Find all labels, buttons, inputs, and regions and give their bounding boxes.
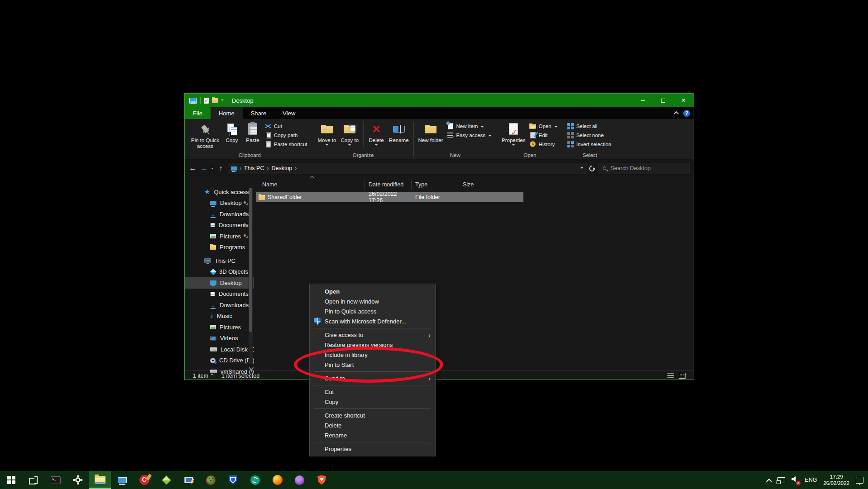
menu-item-properties[interactable]: Properties	[310, 444, 435, 454]
column-header-type[interactable]: Type	[412, 180, 459, 190]
clock[interactable]: 17:29 26/02/2022	[823, 474, 849, 486]
ribbon-button-rename[interactable]: Rename	[387, 120, 410, 143]
menu-item-rename[interactable]: Rename	[310, 430, 435, 440]
sidebar-item-downloads[interactable]: Downloads	[185, 299, 254, 311]
sidebar-item-3d-objects[interactable]: 3D Objects	[185, 266, 254, 278]
menu-item-create-shortcut[interactable]: Create shortcut	[310, 410, 435, 420]
ribbon-button-paste-shortcut[interactable]: Paste shortcut	[264, 140, 310, 148]
column-header-date-modified[interactable]: Date modified	[365, 180, 412, 190]
menu-item-pin-to-quick-access[interactable]: Pin to Quick access	[310, 306, 435, 316]
language-indicator[interactable]: ENG	[805, 477, 817, 483]
tab-home[interactable]: Home	[211, 107, 243, 119]
sidebar-scrollbar[interactable]	[249, 188, 253, 364]
ribbon-button-select-all[interactable]: Select all	[566, 122, 614, 130]
ribbon-button-open[interactable]: Open	[528, 122, 560, 130]
hidden-icons-icon[interactable]	[766, 478, 772, 484]
back-button[interactable]: ←	[188, 164, 197, 172]
ribbon-button-new-folder[interactable]: New folder	[417, 120, 445, 143]
details-view-icon[interactable]	[667, 373, 674, 379]
breadcrumb-this-pc[interactable]: This PC	[244, 165, 264, 171]
ribbon-button-new-item[interactable]: New item	[446, 122, 494, 130]
tab-file[interactable]: File	[185, 107, 211, 119]
title-bar[interactable]: Desktop ×	[185, 94, 694, 107]
ribbon-button-paste[interactable]: Paste	[243, 120, 263, 143]
breadcrumb[interactable]: › This PC › Desktop ›	[228, 163, 586, 174]
action-center-icon[interactable]	[856, 477, 863, 484]
ribbon-button-invert-selection[interactable]: Invert selection	[566, 140, 614, 148]
maximize-button[interactable]	[653, 94, 673, 107]
collapse-ribbon-icon[interactable]	[674, 111, 679, 116]
bitwarden[interactable]	[222, 471, 244, 489]
sidebar-item-vmshared-vb[interactable]: vmShared (\\VB	[185, 366, 254, 377]
ribbon-button-easy-access[interactable]: Easy access	[446, 131, 494, 139]
minimize-button[interactable]	[633, 94, 653, 107]
remote-pc[interactable]	[177, 471, 200, 489]
sidebar-item-cd-drive-d-vir[interactable]: CD Drive (D:) Vir	[185, 355, 254, 366]
menu-item-open[interactable]: Open	[310, 286, 435, 296]
command-prompt[interactable]	[44, 471, 67, 489]
help-icon[interactable]: ?	[683, 110, 690, 117]
ribbon-button-history[interactable]: History	[528, 140, 560, 148]
qat-dropdown-icon[interactable]	[221, 100, 224, 102]
brave[interactable]	[311, 471, 333, 489]
sidebar-item-pictures[interactable]: Pictures	[185, 231, 254, 242]
address-dropdown-icon[interactable]	[580, 167, 583, 170]
sidebar-item-documents[interactable]: Documents	[185, 220, 254, 231]
sync-app[interactable]	[244, 471, 266, 489]
menu-item-give-access-to[interactable]: Give access to›	[310, 330, 435, 340]
column-header-name[interactable]: Name	[256, 180, 365, 190]
menu-item-cut[interactable]: Cut	[310, 387, 435, 397]
this-pc[interactable]	[111, 471, 133, 489]
breadcrumb-desktop[interactable]: Desktop	[271, 165, 292, 171]
sidebar-item-documents[interactable]: Documents	[185, 289, 254, 300]
ribbon-button-copy[interactable]: Copy	[222, 120, 242, 143]
refresh-icon[interactable]	[588, 164, 596, 172]
purple-app[interactable]	[288, 471, 311, 489]
recent-locations-icon[interactable]	[211, 168, 214, 171]
firefox[interactable]	[266, 471, 288, 489]
settings[interactable]	[67, 471, 89, 489]
network-icon[interactable]	[777, 477, 785, 483]
tab-share[interactable]: Share	[243, 107, 275, 119]
new-folder-qat-icon[interactable]	[212, 98, 218, 103]
search-input[interactable]	[609, 165, 677, 172]
ribbon-button-properties[interactable]: Properties	[500, 120, 527, 147]
frog-app[interactable]	[200, 471, 222, 489]
ribbon-button-pin-to-quick-access[interactable]: Pin to Quick access	[189, 120, 221, 149]
task-view-button[interactable]	[22, 471, 44, 489]
scrollbar-thumb[interactable]	[249, 188, 252, 332]
close-button[interactable]: ×	[673, 94, 694, 107]
sidebar-item-quick-access[interactable]: Quick access	[185, 186, 254, 198]
tab-view[interactable]: View	[274, 107, 303, 119]
sidebar-item-this-pc[interactable]: This PC	[185, 255, 254, 266]
menu-item-scan-with-microsoft-defender[interactable]: Scan with Microsoft Defender...	[310, 316, 435, 326]
properties-qat-icon[interactable]	[204, 98, 209, 104]
ribbon-button-cut[interactable]: Cut	[264, 122, 310, 130]
ribbon-button-delete[interactable]: Delete	[366, 120, 386, 147]
ribbon-button-copy-path[interactable]: Copy path	[264, 131, 310, 139]
sidebar-item-music[interactable]: Music	[185, 311, 254, 322]
icons-view-icon[interactable]	[679, 373, 686, 379]
sidebar-item-pictures[interactable]: Pictures	[185, 322, 254, 333]
sidebar-item-videos[interactable]: Videos	[185, 333, 254, 344]
column-header-size[interactable]: Size	[459, 180, 505, 190]
search-box[interactable]	[599, 163, 690, 174]
ribbon-button-copy-to[interactable]: Copy to	[339, 120, 360, 147]
file-explorer[interactable]	[89, 471, 111, 489]
sidebar-item-local-disk-c[interactable]: Local Disk (C:)	[185, 344, 254, 355]
file-row[interactable]: SharedFolder 26/02/2022 17:26 File folde…	[256, 192, 523, 202]
menu-item-open-in-new-window[interactable]: Open in new window	[310, 296, 435, 306]
ribbon-button-move-to[interactable]: Move to	[316, 120, 338, 147]
sidebar-item-programs[interactable]: Programs	[185, 242, 254, 253]
sidebar-item-downloads[interactable]: Downloads	[185, 209, 254, 220]
sidebar-item-desktop[interactable]: Desktop	[185, 277, 254, 289]
menu-item-copy[interactable]: Copy	[310, 397, 435, 407]
ribbon-button-edit[interactable]: Edit	[528, 131, 560, 139]
up-button[interactable]: ↑	[216, 164, 225, 172]
start-button[interactable]	[0, 471, 22, 489]
menu-item-delete[interactable]: Delete	[310, 420, 435, 430]
volume-muted-icon[interactable]: ×	[791, 476, 798, 484]
ribbon-button-select-none[interactable]: Select none	[566, 131, 614, 139]
ccleaner[interactable]	[133, 471, 155, 489]
forward-button[interactable]: →	[200, 164, 208, 172]
